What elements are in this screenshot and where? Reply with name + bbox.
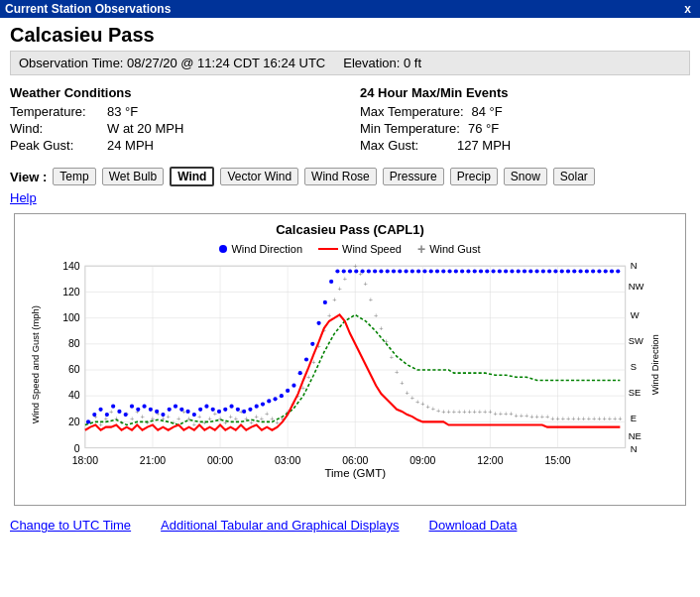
- svg-point-213: [498, 269, 502, 273]
- svg-point-222: [553, 269, 557, 273]
- svg-point-227: [585, 269, 589, 273]
- min-temp-value: 76 °F: [468, 121, 499, 136]
- svg-text:12:00: 12:00: [477, 455, 503, 466]
- view-btn-snow[interactable]: Snow: [504, 168, 547, 185]
- svg-text:+: +: [223, 418, 227, 427]
- svg-text:+: +: [436, 407, 440, 416]
- view-btn-vector-wind[interactable]: Vector Wind: [220, 168, 298, 185]
- svg-point-196: [392, 269, 396, 273]
- svg-text:+: +: [618, 415, 622, 423]
- svg-text:+: +: [499, 410, 503, 418]
- max-gust-label: Max Gust:: [360, 138, 449, 153]
- svg-point-208: [466, 269, 470, 273]
- svg-text:+: +: [420, 400, 424, 409]
- max-min-events: 24 Hour Max/Min Events Max Temperature: …: [360, 85, 690, 155]
- svg-point-206: [454, 269, 458, 273]
- svg-point-177: [273, 397, 277, 401]
- svg-text:N: N: [631, 261, 638, 271]
- svg-point-186: [329, 280, 333, 284]
- svg-text:+: +: [130, 415, 134, 423]
- svg-point-151: [111, 405, 115, 409]
- svg-text:+: +: [400, 379, 404, 388]
- chart-container: Calcasieu Pass (CAPL1) Wind Direction Wi…: [14, 213, 686, 506]
- svg-point-220: [541, 269, 545, 273]
- temp-value: 83 °F: [107, 104, 138, 119]
- svg-text:+: +: [369, 296, 373, 304]
- close-button[interactable]: x: [680, 2, 695, 16]
- svg-point-202: [429, 269, 433, 273]
- svg-text:+: +: [410, 394, 414, 403]
- svg-point-154: [130, 405, 134, 409]
- svg-text:+: +: [478, 408, 482, 417]
- view-btn-wind-rose[interactable]: Wind Rose: [304, 168, 377, 185]
- svg-text:+: +: [509, 410, 513, 418]
- svg-point-183: [310, 342, 314, 346]
- svg-text:+: +: [571, 415, 575, 423]
- download-data-link[interactable]: Download Data: [429, 518, 518, 533]
- svg-point-152: [117, 410, 121, 414]
- weather-row: Peak Gust: 24 MPH: [10, 138, 340, 153]
- legend-wind-direction-label: Wind Direction: [231, 243, 302, 255]
- weather-row: Wind: W at 20 MPH: [10, 121, 340, 136]
- svg-point-175: [261, 402, 265, 406]
- svg-text:+: +: [452, 408, 456, 417]
- svg-point-174: [255, 405, 259, 409]
- view-btn-solar[interactable]: Solar: [553, 168, 595, 185]
- svg-point-219: [534, 269, 538, 273]
- svg-text:+: +: [540, 413, 544, 421]
- svg-point-209: [473, 269, 477, 273]
- tabular-graphical-link[interactable]: Additional Tabular and Graphical Display…: [161, 518, 399, 533]
- elevation: Elevation: 0 ft: [343, 56, 421, 70]
- view-btn-precip[interactable]: Precip: [450, 168, 498, 185]
- svg-point-200: [416, 269, 420, 273]
- svg-text:+: +: [520, 412, 524, 420]
- max-temp-label: Max Temperature:: [360, 104, 464, 119]
- svg-text:+: +: [555, 415, 559, 423]
- svg-point-156: [142, 405, 146, 409]
- view-btn-pressure[interactable]: Pressure: [383, 168, 444, 185]
- wind-value: W at 20 MPH: [107, 121, 183, 136]
- svg-text:+: +: [197, 413, 201, 421]
- svg-point-229: [597, 269, 601, 273]
- svg-text:+: +: [228, 413, 232, 421]
- svg-point-157: [149, 408, 153, 412]
- peak-gust-value: 24 MPH: [107, 138, 154, 153]
- svg-text:+: +: [151, 415, 155, 423]
- svg-point-161: [174, 405, 177, 409]
- svg-text:+: +: [395, 368, 399, 377]
- svg-point-211: [485, 269, 489, 273]
- wind-gust-icon: +: [417, 241, 425, 257]
- svg-text:80: 80: [68, 338, 80, 349]
- svg-point-190: [354, 269, 358, 273]
- svg-text:+: +: [462, 408, 466, 417]
- view-btn-temp[interactable]: Temp: [53, 168, 95, 185]
- svg-text:20: 20: [68, 417, 80, 427]
- svg-point-188: [342, 269, 346, 273]
- change-utc-link[interactable]: Change to UTC Time: [10, 518, 131, 533]
- view-btn-wet-bulb[interactable]: Wet Bulb: [102, 168, 164, 185]
- svg-point-216: [517, 269, 521, 273]
- svg-point-171: [236, 408, 240, 412]
- svg-point-194: [379, 269, 383, 273]
- weather-conditions-header: Weather Conditions: [10, 85, 340, 100]
- help-link[interactable]: Help: [10, 190, 37, 205]
- svg-text:SE: SE: [629, 387, 642, 398]
- svg-text:+: +: [379, 324, 383, 333]
- svg-text:+: +: [529, 413, 533, 421]
- footer-links: Change to UTC Time Additional Tabular an…: [0, 512, 700, 538]
- svg-text:+: +: [406, 389, 409, 398]
- svg-text:0: 0: [74, 443, 80, 454]
- svg-point-158: [155, 410, 159, 414]
- svg-point-224: [566, 269, 570, 273]
- view-bar: View : Temp Wet Bulb Wind Vector Wind Wi…: [10, 167, 690, 186]
- svg-text:+: +: [467, 408, 471, 417]
- svg-text:+: +: [597, 415, 601, 423]
- svg-point-214: [504, 269, 508, 273]
- svg-point-155: [136, 408, 140, 412]
- weather-conditions: Weather Conditions Temperature: 83 °F Wi…: [10, 85, 340, 155]
- svg-text:+: +: [587, 415, 591, 423]
- svg-point-210: [479, 269, 483, 273]
- view-btn-wind[interactable]: Wind: [170, 167, 214, 186]
- svg-point-230: [604, 269, 608, 273]
- svg-text:Time (GMT): Time (GMT): [324, 467, 386, 479]
